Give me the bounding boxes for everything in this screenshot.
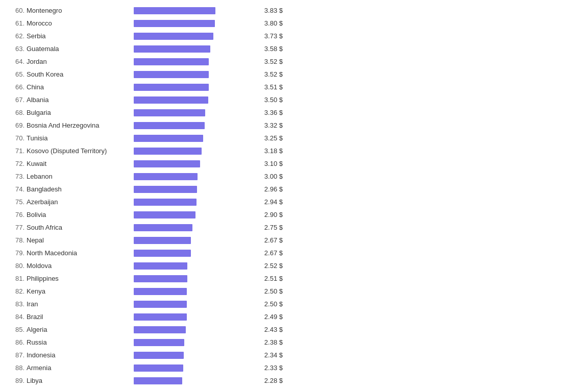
rank-number: 81. (8, 272, 27, 285)
rank-number: 77. (8, 221, 27, 234)
bar-container (134, 109, 236, 116)
table-row: 72. Kuwait 3.10 $ (8, 157, 580, 170)
price-value: 3.50 $ (242, 93, 283, 106)
bar-fill (134, 262, 187, 270)
bar-fill (134, 135, 203, 142)
price-value: 3.73 $ (242, 30, 283, 42)
table-row: 75. Azerbaijan 2.94 $ (8, 196, 580, 208)
country-name: Philippines (27, 272, 134, 285)
price-value: 3.32 $ (242, 119, 283, 132)
country-name: Indonesia (27, 349, 134, 361)
country-name: Azerbaijan (27, 196, 134, 208)
bar-fill (134, 199, 197, 206)
bar-container (134, 122, 236, 129)
rank-number: 73. (8, 170, 27, 183)
bar-fill (134, 20, 215, 27)
rank-number: 82. (8, 285, 27, 298)
table-row: 78. Nepal 2.67 $ (8, 234, 580, 247)
bar-container (134, 339, 236, 346)
bar-container (134, 20, 236, 27)
price-value: 3.52 $ (242, 55, 283, 68)
bar-fill (134, 250, 191, 257)
bar-fill (134, 148, 202, 155)
bar-fill (134, 339, 184, 346)
country-name: Tunisia (27, 132, 134, 144)
country-name: Bangladesh (27, 183, 134, 196)
bar-container (134, 313, 236, 321)
rank-number: 79. (8, 247, 27, 259)
country-name: Colombia (27, 387, 134, 389)
bar-fill (134, 160, 200, 167)
bar-container (134, 71, 236, 78)
rank-number: 74. (8, 183, 27, 196)
table-row: 89. Libya 2.28 $ (8, 374, 580, 387)
price-value: 2.43 $ (242, 323, 283, 336)
rank-number: 89. (8, 374, 27, 387)
bar-container (134, 211, 236, 218)
bar-fill (134, 313, 187, 321)
price-value: 3.10 $ (242, 157, 283, 170)
table-row: 86. Russia 2.38 $ (8, 336, 580, 349)
country-name: South Africa (27, 221, 134, 234)
bar-fill (134, 186, 197, 193)
bar-fill (134, 352, 184, 359)
rank-number: 80. (8, 259, 27, 272)
price-value: 2.34 $ (242, 349, 283, 361)
bar-fill (134, 45, 210, 53)
price-value: 2.67 $ (242, 234, 283, 247)
bar-container (134, 7, 236, 14)
price-value: 2.50 $ (242, 298, 283, 310)
bar-container (134, 173, 236, 180)
country-name: Lebanon (27, 170, 134, 183)
bar-fill (134, 7, 215, 14)
bar-fill (134, 237, 191, 244)
price-value: 3.51 $ (242, 81, 283, 93)
price-value: 2.38 $ (242, 336, 283, 349)
price-value: 3.25 $ (242, 132, 283, 144)
rank-number: 87. (8, 349, 27, 361)
table-row: 67. Albania 3.50 $ (8, 93, 580, 106)
rank-number: 60. (8, 4, 27, 17)
rank-number: 86. (8, 336, 27, 349)
country-name: Serbia (27, 30, 134, 42)
bar-container (134, 33, 236, 40)
country-name: North Macedonia (27, 247, 134, 259)
bar-fill (134, 122, 205, 129)
table-row: 90. Colombia 2.17 $ (8, 387, 580, 389)
price-value: 3.18 $ (242, 144, 283, 157)
bar-container (134, 275, 236, 282)
table-row: 68. Bulgaria 3.36 $ (8, 106, 580, 119)
price-value: 2.90 $ (242, 208, 283, 221)
bar-fill (134, 377, 182, 384)
table-row: 81. Philippines 2.51 $ (8, 272, 580, 285)
price-value: 2.28 $ (242, 374, 283, 387)
bar-container (134, 301, 236, 308)
bar-container (134, 288, 236, 295)
rank-number: 66. (8, 81, 27, 93)
bar-fill (134, 224, 192, 231)
bar-fill (134, 301, 187, 308)
rank-number: 75. (8, 196, 27, 208)
rank-number: 83. (8, 298, 27, 310)
bar-container (134, 58, 236, 65)
country-name: China (27, 81, 134, 93)
bar-container (134, 84, 236, 91)
table-row: 80. Moldova 2.52 $ (8, 259, 580, 272)
rank-number: 84. (8, 310, 27, 323)
bar-container (134, 160, 236, 167)
country-name: Nepal (27, 234, 134, 247)
rank-number: 61. (8, 17, 27, 30)
country-name: Albania (27, 93, 134, 106)
rank-number: 67. (8, 93, 27, 106)
bar-container (134, 199, 236, 206)
price-value: 2.96 $ (242, 183, 283, 196)
country-name: Montenegro (27, 4, 134, 17)
rank-number: 62. (8, 30, 27, 42)
rank-number: 72. (8, 157, 27, 170)
bar-container (134, 148, 236, 155)
bar-fill (134, 326, 186, 333)
bar-container (134, 377, 236, 384)
price-value: 2.75 $ (242, 221, 283, 234)
bar-container (134, 326, 236, 333)
table-row: 88. Armenia 2.33 $ (8, 361, 580, 374)
